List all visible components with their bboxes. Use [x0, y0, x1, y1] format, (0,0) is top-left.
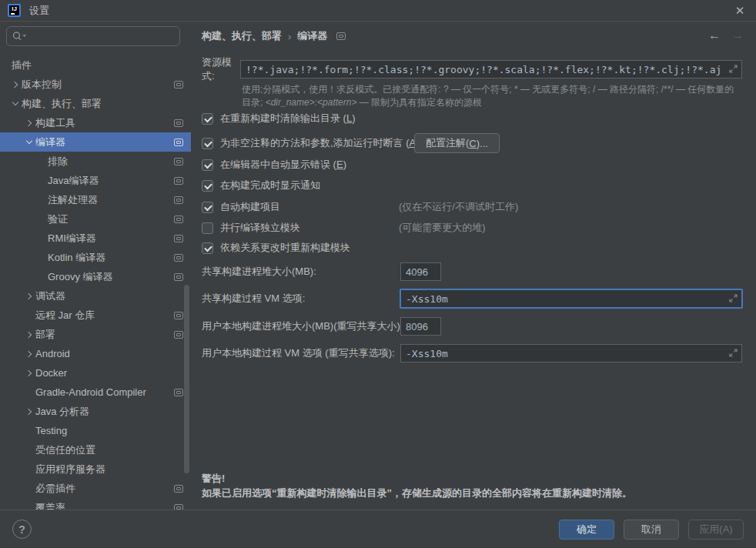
sidebar-item-application-servers[interactable]: 应用程序服务器 — [0, 459, 191, 479]
monitor-icon — [174, 158, 183, 165]
monitor-icon — [174, 273, 183, 281]
checkbox-add-runtime-assertions[interactable]: 为非空注释的方法和参数,添加运行时断言 (A) 配置注解(C)... — [202, 135, 742, 151]
sidebar-item-java-compiler[interactable]: Java编译器 — [0, 171, 191, 190]
sidebar-item-docker[interactable]: Docker — [0, 363, 191, 383]
sidebar-item-build-tools[interactable]: 构建工具 — [0, 113, 191, 132]
checkbox-icon[interactable] — [202, 202, 213, 213]
sidebar-item-required-plugins[interactable]: 必需插件 — [0, 479, 191, 498]
checkbox-notify-on-build-completion[interactable]: 在构建完成时显示通知 — [202, 178, 742, 193]
shared-vm-options-input[interactable] — [400, 289, 742, 308]
user-vm-options-input[interactable] — [400, 344, 742, 363]
pattern-help-text: 使用;分隔模式，使用！求反模式。已接受通配符: ? — 仅一个符号; * — 无… — [242, 83, 741, 109]
help-button[interactable]: ? — [12, 520, 32, 539]
compiler-settings-panel: 构建、执行、部署 › 编译器 ← → 资源模式: 使用;分隔模式，使用！求反模式… — [191, 22, 756, 510]
expand-icon[interactable] — [729, 349, 738, 357]
monitor-icon — [174, 331, 183, 339]
checkbox-icon[interactable] — [202, 180, 213, 192]
forward-arrow-icon: → — [731, 28, 744, 42]
monitor-icon — [174, 196, 183, 204]
resource-patterns-input[interactable] — [240, 60, 742, 79]
sidebar-item-android[interactable]: Android — [0, 344, 191, 363]
settings-tree: 插件 版本控制 构建、执行、部署 构建工具 编译器 排除 Java编译器 注解处… — [0, 55, 191, 510]
checkbox-rebuild-module-on-dependency-change[interactable]: 依赖关系更改时重新构建模块 — [202, 240, 742, 256]
checkbox-show-errors-in-editor[interactable]: 在编辑器中自动显示错误 (E) — [202, 157, 742, 172]
sidebar-item-deployment[interactable]: 部署 — [0, 325, 191, 344]
chevron-down-icon — [8, 94, 22, 113]
monitor-icon — [174, 312, 183, 319]
monitor-icon — [174, 216, 183, 223]
resource-patterns-label: 资源模式: — [202, 55, 240, 83]
settings-sidebar: 插件 版本控制 构建、执行、部署 构建工具 编译器 排除 Java编译器 注解处… — [0, 22, 191, 510]
breadcrumb-build-execution-deployment[interactable]: 构建、执行、部署 — [202, 29, 282, 43]
sidebar-item-compiler[interactable]: 编译器 — [0, 132, 191, 152]
checkbox-build-project-automatically[interactable]: 自动构建项目 (仅在不运行/不调试时工作) — [202, 199, 742, 215]
back-arrow-icon[interactable]: ← — [708, 28, 721, 42]
breadcrumb: 构建、执行、部署 › 编译器 — [202, 29, 346, 43]
checkbox-icon[interactable] — [202, 159, 213, 171]
rebuild-warning: 警告! 如果已启用选项“重新构建时清除输出目录”，存储生成源的目录的全部内容将在… — [202, 471, 632, 500]
checkbox-note: (仅在不运行/不调试时工作) — [399, 200, 518, 214]
sidebar-scrollbar[interactable] — [184, 285, 189, 473]
monitor-icon — [174, 389, 183, 396]
apply-button: 应用(A) — [688, 520, 744, 540]
settings-search-box[interactable] — [6, 26, 180, 46]
sidebar-item-kotlin-compiler[interactable]: Kotlin 编译器 — [0, 248, 191, 267]
checkbox-clear-output-directory-on-rebuild[interactable]: 在重新构建时清除输出目录 (L) — [202, 111, 742, 126]
chevron-right-icon — [22, 325, 35, 344]
checkbox-icon[interactable] — [202, 242, 213, 254]
sidebar-item-annotation-processors[interactable]: 注解处理器 — [0, 190, 191, 209]
sidebar-item-validation[interactable]: 验证 — [0, 209, 191, 229]
monitor-icon — [174, 139, 183, 146]
sidebar-item-remote-jar-repositories[interactable]: 远程 Jar 仓库 — [0, 306, 191, 325]
search-input[interactable] — [32, 31, 170, 42]
user-heap-size-input[interactable] — [400, 317, 441, 336]
checkbox-compile-independent-modules-in-parallel[interactable]: 并行编译独立模块 (可能需要更大的堆) — [202, 220, 742, 236]
close-icon[interactable]: ✕ — [731, 4, 748, 18]
breadcrumb-separator: › — [288, 31, 291, 42]
shared-heap-size-label: 共享构建进程堆大小(MB): — [202, 265, 316, 279]
sidebar-item-coverage[interactable]: 覆盖率 — [0, 498, 191, 510]
configure-annotations-button[interactable]: 配置注解(C)... — [414, 133, 500, 153]
sidebar-item-plugins[interactable]: 插件 — [0, 55, 191, 75]
monitor-icon — [174, 235, 183, 242]
shared-heap-size-input[interactable] — [400, 262, 441, 281]
chevron-right-icon — [22, 286, 35, 306]
monitor-icon — [174, 81, 183, 89]
sidebar-item-groovy-compiler[interactable]: Groovy 编译器 — [0, 267, 191, 286]
breadcrumb-compiler[interactable]: 编译器 — [297, 29, 327, 43]
chevron-right-icon — [8, 75, 22, 94]
checkbox-icon[interactable] — [202, 222, 213, 234]
chevron-right-icon — [22, 113, 35, 132]
warning-body: 如果已启用选项“重新构建时清除输出目录”，存储生成源的目录的全部内容将在重新构建… — [202, 486, 632, 500]
sidebar-item-version-control[interactable]: 版本控制 — [0, 75, 191, 94]
cancel-button[interactable]: 取消 — [624, 520, 679, 540]
user-heap-size-label: 用户本地构建进程堆大小(MB)(重写共享大小): — [202, 319, 403, 333]
checkbox-icon[interactable] — [202, 113, 213, 125]
expand-icon[interactable] — [729, 294, 738, 302]
sidebar-item-build-execution-deployment[interactable]: 构建、执行、部署 — [0, 94, 191, 113]
title-bar: IJ 设置 ✕ — [0, 0, 756, 22]
ok-button[interactable]: 确定 — [559, 520, 614, 540]
monitor-icon — [174, 119, 183, 127]
monitor-icon — [174, 485, 183, 493]
checkbox-note: (可能需要更大的堆) — [399, 221, 486, 235]
sidebar-item-java-profiler[interactable]: Java 分析器 — [0, 402, 191, 421]
sidebar-item-debugger[interactable]: 调试器 — [0, 286, 191, 306]
dialog-footer: ? 确定 取消 应用(A) — [0, 510, 756, 548]
chevron-right-icon — [22, 344, 35, 363]
user-vm-options-label: 用户本地构建过程 VM 选项 (重写共享选项): — [202, 346, 395, 360]
sidebar-item-rmi-compiler[interactable]: RMI编译器 — [0, 229, 191, 248]
shared-vm-options-label: 共享构建过程 VM 选项: — [202, 292, 305, 306]
chevron-right-icon — [22, 363, 35, 383]
search-icon — [12, 31, 28, 42]
window-title: 设置 — [29, 4, 49, 18]
sidebar-item-gradle-android-compiler[interactable]: Gradle-Android Compiler — [0, 383, 191, 402]
sidebar-item-trusted-locations[interactable]: 受信任的位置 — [0, 440, 191, 459]
sidebar-item-excludes[interactable]: 排除 — [0, 152, 191, 171]
sidebar-item-testing[interactable]: Testing — [0, 421, 191, 440]
expand-icon[interactable] — [729, 65, 738, 73]
monitor-icon — [174, 177, 183, 185]
monitor-icon — [174, 254, 183, 262]
checkbox-icon[interactable] — [202, 138, 213, 149]
monitor-icon — [336, 32, 346, 40]
